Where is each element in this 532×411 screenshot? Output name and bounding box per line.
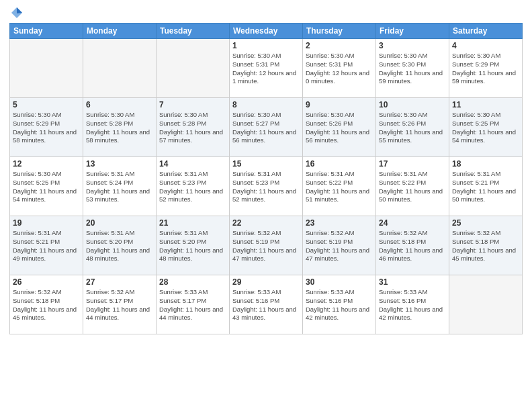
calendar-cell: 11Sunrise: 5:30 AM Sunset: 5:25 PM Dayli… (449, 98, 523, 157)
day-number: 5 (13, 100, 80, 109)
day-number: 2 (306, 41, 373, 50)
day-info: Sunrise: 5:32 AM Sunset: 5:19 PM Dayligh… (232, 229, 300, 263)
day-number: 21 (159, 218, 226, 228)
day-info: Sunrise: 5:31 AM Sunset: 5:21 PM Dayligh… (13, 229, 80, 263)
day-number: 29 (232, 277, 300, 287)
day-number: 31 (379, 277, 446, 287)
day-number: 10 (379, 100, 446, 109)
calendar-cell: 13Sunrise: 5:31 AM Sunset: 5:24 PM Dayli… (83, 157, 157, 216)
calendar-table: SundayMondayTuesdayWednesdayThursdayFrid… (9, 23, 523, 334)
day-info: Sunrise: 5:30 AM Sunset: 5:28 PM Dayligh… (159, 111, 226, 145)
day-info: Sunrise: 5:31 AM Sunset: 5:24 PM Dayligh… (86, 170, 153, 204)
day-info: Sunrise: 5:30 AM Sunset: 5:29 PM Dayligh… (452, 52, 519, 86)
day-info: Sunrise: 5:30 AM Sunset: 5:28 PM Dayligh… (86, 111, 153, 145)
weekday-header-saturday: Saturday (449, 24, 523, 39)
day-number: 23 (306, 218, 373, 228)
calendar-week-row: 26Sunrise: 5:32 AM Sunset: 5:18 PM Dayli… (10, 275, 523, 334)
day-info: Sunrise: 5:32 AM Sunset: 5:17 PM Dayligh… (86, 288, 153, 322)
calendar-cell: 24Sunrise: 5:32 AM Sunset: 5:18 PM Dayli… (376, 216, 449, 275)
day-info: Sunrise: 5:30 AM Sunset: 5:27 PM Dayligh… (232, 111, 300, 145)
day-number: 22 (232, 218, 300, 228)
calendar-cell: 10Sunrise: 5:30 AM Sunset: 5:26 PM Dayli… (376, 98, 449, 157)
calendar-week-row: 12Sunrise: 5:30 AM Sunset: 5:25 PM Dayli… (10, 157, 523, 216)
calendar-cell (10, 39, 83, 98)
day-info: Sunrise: 5:32 AM Sunset: 5:19 PM Dayligh… (306, 229, 373, 263)
weekday-header-tuesday: Tuesday (157, 24, 230, 39)
day-info: Sunrise: 5:31 AM Sunset: 5:22 PM Dayligh… (306, 170, 373, 204)
header (9, 7, 523, 19)
day-number: 26 (13, 277, 80, 287)
calendar-cell: 15Sunrise: 5:31 AM Sunset: 5:23 PM Dayli… (230, 157, 303, 216)
day-number: 28 (159, 277, 226, 287)
day-info: Sunrise: 5:33 AM Sunset: 5:16 PM Dayligh… (306, 288, 373, 322)
day-number: 20 (86, 218, 153, 228)
calendar-cell: 18Sunrise: 5:31 AM Sunset: 5:21 PM Dayli… (449, 157, 523, 216)
calendar-cell: 26Sunrise: 5:32 AM Sunset: 5:18 PM Dayli… (10, 275, 83, 334)
day-number: 19 (13, 218, 80, 228)
day-number: 18 (452, 159, 519, 169)
day-info: Sunrise: 5:31 AM Sunset: 5:23 PM Dayligh… (159, 170, 226, 204)
day-info: Sunrise: 5:32 AM Sunset: 5:18 PM Dayligh… (379, 229, 446, 263)
calendar-cell: 3Sunrise: 5:30 AM Sunset: 5:30 PM Daylig… (376, 39, 449, 98)
calendar-cell: 1Sunrise: 5:30 AM Sunset: 5:31 PM Daylig… (230, 39, 303, 98)
calendar-cell: 27Sunrise: 5:32 AM Sunset: 5:17 PM Dayli… (83, 275, 157, 334)
day-number: 1 (232, 41, 300, 50)
weekday-header-thursday: Thursday (303, 24, 376, 39)
day-number: 8 (232, 100, 300, 109)
day-info: Sunrise: 5:30 AM Sunset: 5:26 PM Dayligh… (379, 111, 446, 145)
day-number: 24 (379, 218, 446, 228)
calendar-cell: 23Sunrise: 5:32 AM Sunset: 5:19 PM Dayli… (303, 216, 376, 275)
day-info: Sunrise: 5:30 AM Sunset: 5:29 PM Dayligh… (13, 111, 80, 145)
day-info: Sunrise: 5:31 AM Sunset: 5:20 PM Dayligh… (159, 229, 226, 263)
calendar-cell: 8Sunrise: 5:30 AM Sunset: 5:27 PM Daylig… (230, 98, 303, 157)
day-info: Sunrise: 5:30 AM Sunset: 5:30 PM Dayligh… (379, 52, 446, 86)
day-number: 3 (379, 41, 446, 50)
day-number: 13 (86, 159, 153, 169)
calendar-cell: 25Sunrise: 5:32 AM Sunset: 5:18 PM Dayli… (449, 216, 523, 275)
day-info: Sunrise: 5:30 AM Sunset: 5:25 PM Dayligh… (452, 111, 519, 145)
day-number: 27 (86, 277, 153, 287)
calendar-cell: 22Sunrise: 5:32 AM Sunset: 5:19 PM Dayli… (230, 216, 303, 275)
day-number: 4 (452, 41, 519, 50)
day-info: Sunrise: 5:30 AM Sunset: 5:25 PM Dayligh… (13, 170, 80, 204)
weekday-header-wednesday: Wednesday (230, 24, 303, 39)
calendar-cell: 31Sunrise: 5:33 AM Sunset: 5:16 PM Dayli… (376, 275, 449, 334)
day-info: Sunrise: 5:30 AM Sunset: 5:26 PM Dayligh… (306, 111, 373, 145)
calendar-cell: 16Sunrise: 5:31 AM Sunset: 5:22 PM Dayli… (303, 157, 376, 216)
calendar-cell: 20Sunrise: 5:31 AM Sunset: 5:20 PM Dayli… (83, 216, 157, 275)
calendar-cell (83, 39, 157, 98)
calendar-cell: 7Sunrise: 5:30 AM Sunset: 5:28 PM Daylig… (157, 98, 230, 157)
day-number: 17 (379, 159, 446, 169)
day-info: Sunrise: 5:33 AM Sunset: 5:16 PM Dayligh… (379, 288, 446, 322)
day-number: 9 (306, 100, 373, 109)
calendar-cell: 17Sunrise: 5:31 AM Sunset: 5:22 PM Dayli… (376, 157, 449, 216)
day-info: Sunrise: 5:30 AM Sunset: 5:31 PM Dayligh… (232, 52, 300, 86)
calendar-cell: 30Sunrise: 5:33 AM Sunset: 5:16 PM Dayli… (303, 275, 376, 334)
calendar-week-row: 19Sunrise: 5:31 AM Sunset: 5:21 PM Dayli… (10, 216, 523, 275)
page: SundayMondayTuesdayWednesdayThursdayFrid… (0, 0, 532, 411)
calendar-cell: 12Sunrise: 5:30 AM Sunset: 5:25 PM Dayli… (10, 157, 83, 216)
weekday-header-sunday: Sunday (10, 24, 83, 39)
day-info: Sunrise: 5:32 AM Sunset: 5:18 PM Dayligh… (452, 229, 519, 263)
day-number: 6 (86, 100, 153, 109)
calendar-cell: 14Sunrise: 5:31 AM Sunset: 5:23 PM Dayli… (157, 157, 230, 216)
logo (9, 7, 23, 19)
calendar-cell (449, 275, 523, 334)
day-info: Sunrise: 5:30 AM Sunset: 5:31 PM Dayligh… (306, 52, 373, 86)
day-info: Sunrise: 5:33 AM Sunset: 5:16 PM Dayligh… (232, 288, 300, 322)
day-number: 16 (306, 159, 373, 169)
day-info: Sunrise: 5:31 AM Sunset: 5:21 PM Dayligh… (452, 170, 519, 204)
day-number: 12 (13, 159, 80, 169)
day-number: 14 (159, 159, 226, 169)
calendar-cell: 29Sunrise: 5:33 AM Sunset: 5:16 PM Dayli… (230, 275, 303, 334)
weekday-header-friday: Friday (376, 24, 449, 39)
weekday-header-monday: Monday (83, 24, 157, 39)
calendar-week-row: 5Sunrise: 5:30 AM Sunset: 5:29 PM Daylig… (10, 98, 523, 157)
calendar-cell: 6Sunrise: 5:30 AM Sunset: 5:28 PM Daylig… (83, 98, 157, 157)
day-info: Sunrise: 5:32 AM Sunset: 5:18 PM Dayligh… (13, 288, 80, 322)
calendar-cell (157, 39, 230, 98)
calendar-cell: 28Sunrise: 5:33 AM Sunset: 5:17 PM Dayli… (157, 275, 230, 334)
day-number: 11 (452, 100, 519, 109)
calendar-cell: 2Sunrise: 5:30 AM Sunset: 5:31 PM Daylig… (303, 39, 376, 98)
day-info: Sunrise: 5:33 AM Sunset: 5:17 PM Dayligh… (159, 288, 226, 322)
